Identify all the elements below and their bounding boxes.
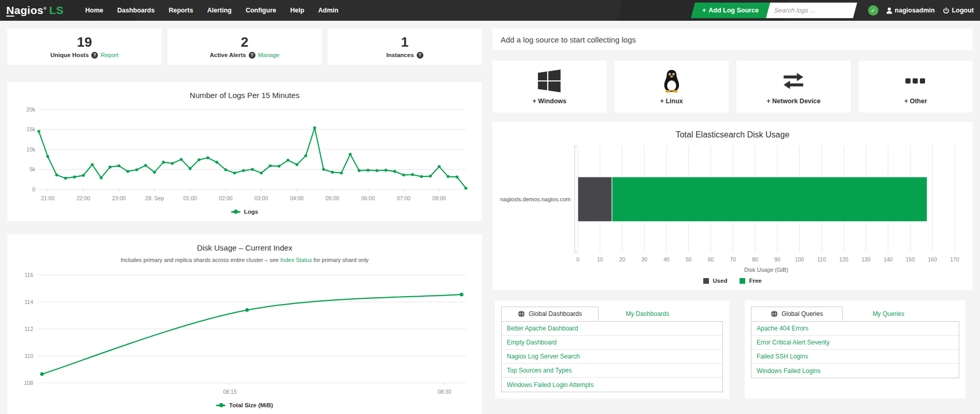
tab-global-dashboards[interactable]: Global Dashboards (501, 307, 599, 321)
logout-link[interactable]: Logout (943, 7, 974, 14)
power-icon (943, 7, 949, 14)
active-alerts-label: Active Alerts ? Manage (210, 52, 279, 59)
add-source-title: Add a log source to start collecting log… (501, 35, 636, 44)
query-link-apache-404[interactable]: Apache 404 Errors (757, 325, 808, 332)
brand-logo[interactable]: Nagios®LS (6, 4, 63, 17)
nav-item-alerting[interactable]: Alerting (207, 7, 232, 14)
tab-my-dashboards[interactable]: My Dashboards (599, 307, 696, 321)
nav-item-admin[interactable]: Admin (318, 7, 338, 14)
svg-text:110: 110 (817, 256, 826, 263)
nav-item-help[interactable]: Help (290, 7, 304, 14)
dashboard-link-empty[interactable]: Empty Dashboard (507, 339, 557, 346)
subtitle-post: for primary shard only (312, 257, 368, 263)
dashboard-link-better-apache[interactable]: Better Apache Dashboard (507, 325, 578, 332)
global-queries-label: Global Queries (782, 310, 823, 318)
list-item: Empty Dashboard (502, 336, 722, 350)
active-alerts-text: Active Alerts (210, 52, 246, 58)
dashboard-link-top-sources[interactable]: Top Sources and Types (507, 367, 572, 374)
queries-list: Apache 404 Errors Error Critical Alert S… (751, 321, 959, 378)
help-icon[interactable]: ? (417, 52, 423, 59)
svg-text:120: 120 (839, 256, 848, 263)
logout-label: Logout (952, 7, 974, 14)
svg-text:116: 116 (24, 272, 33, 278)
add-log-source-button[interactable]: +Add Log Source (691, 3, 770, 18)
svg-text:0: 0 (32, 186, 35, 192)
svg-text:100: 100 (795, 256, 804, 263)
dashboard-link-nls-search[interactable]: Nagios Log Server Search (507, 353, 580, 360)
svg-text:170: 170 (950, 256, 959, 263)
add-linux-tile[interactable]: + Linux (615, 61, 729, 113)
svg-text:30: 30 (641, 256, 647, 263)
main-content: 19 Unique Hosts ? Report 2 Active Alerts… (0, 21, 980, 414)
nav-item-reports[interactable]: Reports (168, 7, 193, 14)
tab-global-queries[interactable]: Global Queries (751, 307, 843, 321)
search-input[interactable] (773, 7, 850, 14)
other-tile-label: + Other (904, 98, 927, 105)
free-swatch-icon (740, 278, 745, 284)
nav-item-home[interactable]: Home (85, 7, 103, 14)
svg-text:110: 110 (24, 353, 33, 359)
logs-chart-title: Number of Logs Per 15 Minutes (15, 87, 474, 104)
svg-text:01:00: 01:00 (183, 195, 197, 201)
index-status-link[interactable]: Index Status (280, 257, 312, 263)
query-link-win-failed[interactable]: Windows Failed Logins (757, 367, 820, 375)
windows-icon (538, 69, 561, 93)
manage-link[interactable]: Manage (258, 52, 280, 58)
instances-label: Instances ? (386, 52, 423, 59)
status-check-icon[interactable]: ✓ (868, 5, 878, 16)
add-network-device-tile[interactable]: + Network Device (736, 61, 851, 113)
svg-text:20k: 20k (26, 106, 36, 113)
svg-text:20: 20 (619, 256, 626, 263)
ellipsis-icon (905, 69, 926, 93)
username: nagiosadmin (895, 7, 935, 14)
svg-text:22:00: 22:00 (77, 195, 90, 201)
navbar: Nagios®LS Home Dashboards Reports Alerti… (0, 0, 980, 21)
svg-text:05:00: 05:00 (325, 195, 339, 201)
query-link-failed-ssh[interactable]: Failed SSH Logins (757, 353, 808, 360)
disk-index-chart: 10811011211411608:1508:30 (15, 268, 474, 397)
list-item: Better Apache Dashboard (502, 322, 722, 336)
svg-text:114: 114 (24, 299, 33, 305)
instances-value: 1 (401, 35, 408, 49)
unique-hosts-value: 19 (77, 35, 92, 49)
app-root: Nagios®LS Home Dashboards Reports Alerti… (0, 0, 980, 414)
help-icon[interactable]: ? (91, 52, 98, 59)
disk-index-legend[interactable]: Total Size (MiB) (15, 399, 474, 408)
list-item: Nagios Log Server Search (502, 350, 722, 364)
nav-action-group: +Add Log Source (691, 3, 857, 18)
logs-chart: 05k10k15k20k21:0022:0023:0028. Sep01:000… (15, 104, 474, 204)
brand-n: N (6, 4, 14, 16)
user-menu[interactable]: nagiosadmin (886, 7, 935, 14)
svg-text:50: 50 (686, 256, 692, 263)
dashboards-list: Better Apache Dashboard Empty Dashboard … (501, 321, 723, 392)
unique-hosts-text: Unique Hosts (50, 52, 89, 58)
line-marker-icon (231, 211, 240, 213)
svg-text:40: 40 (663, 256, 670, 263)
logs-legend-label: Logs (244, 209, 258, 215)
es-chart-legend[interactable]: Used Free (500, 274, 965, 284)
active-alerts-value: 2 (241, 35, 248, 49)
query-link-error-critical[interactable]: Error Critical Alert Severity (757, 339, 830, 346)
svg-text:07:00: 07:00 (397, 195, 410, 201)
report-link[interactable]: Report (101, 52, 119, 58)
tab-my-queries[interactable]: My Queries (843, 307, 934, 321)
queries-panel: Global Queries My Queries Apache 404 Err… (745, 300, 965, 398)
global-dashboards-label: Global Dashboards (529, 310, 582, 318)
my-queries-label: My Queries (873, 310, 904, 318)
list-item: Apache 404 Errors (751, 322, 959, 336)
es-disk-usage-chart: 0102030405060708090100110120130140150160… (500, 141, 965, 273)
list-item: Top Sources and Types (502, 364, 722, 378)
add-other-tile[interactable]: + Other (859, 61, 973, 113)
help-icon[interactable]: ? (249, 52, 255, 59)
svg-text:5k: 5k (30, 166, 36, 172)
dashboard-link-win-failed-logins[interactable]: Windows Failed Login Attempts (507, 381, 593, 389)
nav-item-configure[interactable]: Configure (246, 7, 276, 14)
nav-item-dashboards[interactable]: Dashboards (117, 7, 154, 14)
network-device-tile-label: + Network Device (766, 98, 820, 105)
svg-text:03:00: 03:00 (254, 195, 268, 201)
logs-chart-legend[interactable]: Logs (15, 205, 474, 215)
svg-text:130: 130 (861, 256, 871, 263)
stat-card-unique-hosts: 19 Unique Hosts ? Report (7, 29, 162, 65)
add-windows-tile[interactable]: + Windows (492, 61, 607, 113)
linux-tux-icon (662, 69, 681, 93)
